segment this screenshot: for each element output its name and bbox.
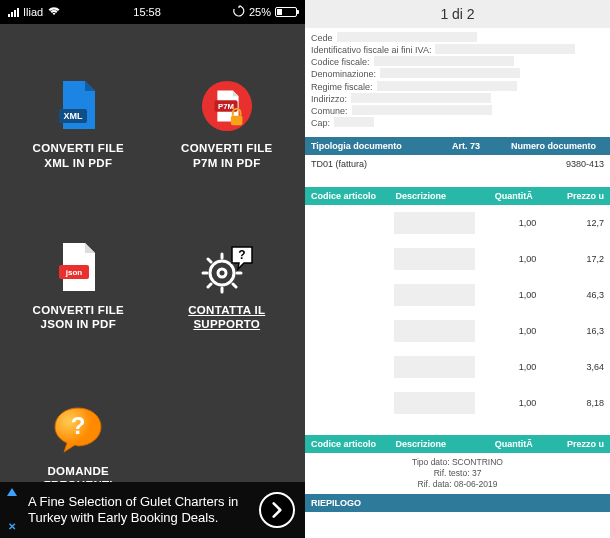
- doc-header-row: TD01 (fattura) 9380-413: [305, 155, 610, 173]
- support-gear-icon: ?: [200, 241, 254, 295]
- items-header-bar: Codice articolo Descrizione QuantitÃ Pre…: [305, 187, 610, 205]
- tile-json-to-pdf[interactable]: json CONVERTI FILEJSON IN PDF: [6, 205, 151, 366]
- item-row: 1,0017,2: [305, 241, 610, 277]
- app-screen: Iliad 15:58 25% XML CONVERTI FILEXML IN …: [0, 0, 305, 538]
- ad-arrow-icon[interactable]: [259, 492, 295, 528]
- doc-header-bar: Tipologia documento Art. 73 Numero docum…: [305, 137, 610, 155]
- page-indicator: 1 di 2: [305, 0, 610, 28]
- items-list: 1,0012,7 1,0017,2 1,0046,3 1,0016,3 1,00…: [305, 205, 610, 421]
- item-row: 1,0046,3: [305, 277, 610, 313]
- riepilogo-bar: RIEPILOGO: [305, 494, 610, 512]
- item-row: 1,0012,7: [305, 205, 610, 241]
- svg-text:?: ?: [71, 412, 86, 439]
- ad-text: A Fine Selection of Gulet Charters in Tu…: [20, 494, 259, 527]
- signal-icon: [8, 8, 19, 17]
- metadata-block: Cede Identificativo fiscale ai fini IVA:…: [305, 28, 610, 137]
- tile-contact-support[interactable]: ? CONTATTA ILSUPPORTO: [155, 205, 300, 366]
- p7m-file-icon: P7M: [200, 79, 254, 133]
- tile-label: CONVERTI FILEXML IN PDF: [33, 141, 124, 170]
- item-row: 1,0016,3: [305, 313, 610, 349]
- svg-rect-5: [231, 116, 243, 126]
- item-row: 1,008,18: [305, 385, 610, 421]
- tile-label: CONVERTI FILEJSON IN PDF: [33, 303, 124, 332]
- clock-label: 15:58: [133, 6, 161, 18]
- faq-bubble-icon: ?: [51, 402, 105, 456]
- ad-banner[interactable]: ✕ A Fine Selection of Gulet Charters in …: [0, 482, 305, 538]
- carrier-label: Iliad: [23, 6, 43, 18]
- json-file-icon: json: [51, 241, 105, 295]
- battery-pct-label: 25%: [249, 6, 271, 18]
- item-row: 1,003,64: [305, 349, 610, 385]
- svg-text:P7M: P7M: [218, 102, 234, 111]
- tile-label: CONTATTA ILSUPPORTO: [188, 303, 265, 332]
- svg-text:XML: XML: [64, 111, 84, 121]
- wifi-icon: [47, 6, 61, 18]
- sync-icon: [233, 5, 245, 19]
- tile-label: CONVERTI FILEP7M IN PDF: [181, 141, 272, 170]
- svg-point-9: [218, 269, 226, 277]
- svg-text:?: ?: [238, 248, 245, 262]
- svg-text:json: json: [65, 268, 83, 277]
- tile-p7m-to-pdf[interactable]: P7M CONVERTI FILEP7M IN PDF: [155, 44, 300, 205]
- adchoices-icon[interactable]: ✕: [4, 486, 20, 534]
- tile-xml-to-pdf[interactable]: XML CONVERTI FILEXML IN PDF: [6, 44, 151, 205]
- battery-icon: [275, 7, 297, 17]
- items-header-bar-2: Codice articolo Descrizione QuantitÃ Pre…: [305, 435, 610, 453]
- status-bar: Iliad 15:58 25%: [0, 0, 305, 24]
- footer-info: Tipo dato: SCONTRINO Rif. testo: 37 Rif.…: [305, 453, 610, 494]
- xml-file-icon: XML: [51, 79, 105, 133]
- document-preview[interactable]: 1 di 2 Cede Identificativo fiscale ai fi…: [305, 0, 610, 538]
